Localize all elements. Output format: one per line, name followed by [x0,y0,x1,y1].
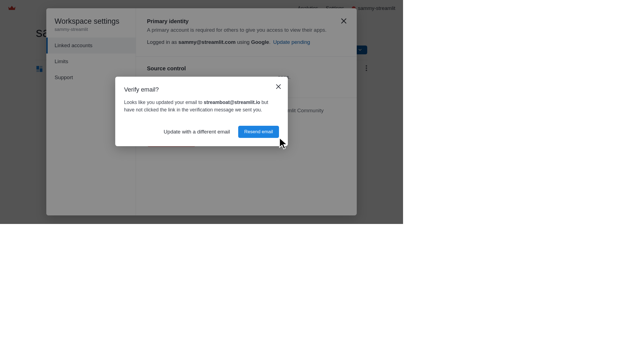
update-different-email-link[interactable]: Update with a different email [164,129,230,135]
verify-email-title: Verify email? [124,86,279,93]
verify-email-modal: Verify email? Looks like you updated you… [115,77,288,146]
resend-email-button[interactable]: Resend email [238,126,279,138]
verify-overlay: Verify email? Looks like you updated you… [0,0,403,224]
verify-actions: Update with a different email Resend ema… [124,126,279,138]
body-prefix: Looks like you updated your email to [124,100,204,105]
new-email: streamboat@streamlit.io [204,100,260,105]
verify-email-body: Looks like you updated your email to str… [124,99,279,114]
close-icon[interactable] [276,83,281,90]
